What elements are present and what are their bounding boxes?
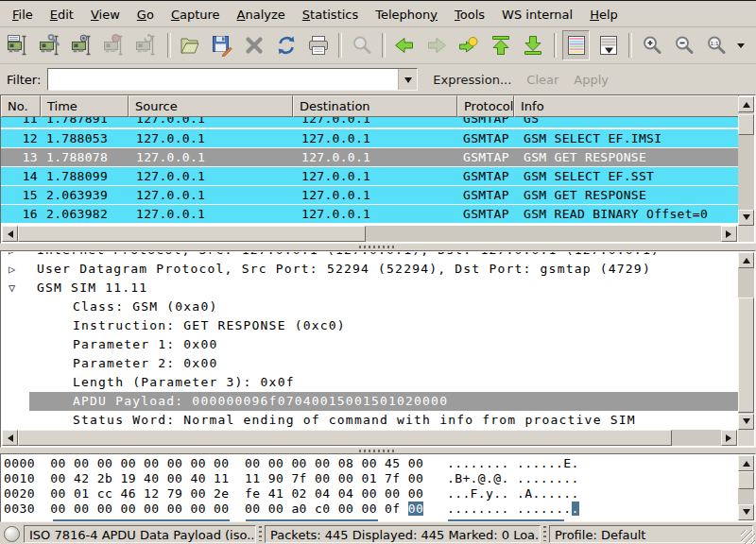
expander-closed-icon[interactable]: ▷ [9,252,29,260]
highlighted-byte[interactable]: 00 [408,502,423,516]
toolbar-separator [338,33,342,58]
capture-options-button[interactable] [37,30,64,60]
scroll-right-button[interactable] [721,430,737,446]
apply-button[interactable]: Apply [566,70,616,90]
expression-button[interactable]: Expression... [425,70,519,90]
menu-help[interactable]: Help [581,4,627,26]
column-header-source[interactable]: Source [129,95,293,117]
detail-line[interactable]: Instruction: GET RESPONSE (0xc0) [1,316,739,335]
detail-line[interactable]: ▷User Datagram Protocol, Src Port: 52294… [1,260,739,279]
clear-button[interactable]: Clear [519,70,566,90]
detail-line[interactable]: Class: GSM (0xa0) [1,298,739,316]
detail-line[interactable]: ▷Internet Protocol, Src: 127.0.0.1 (127.… [1,252,739,260]
detail-line-clipped[interactable]: ▷Internet Protocol, Src: 127.0.0.1 (127.… [1,252,739,260]
capture-restart-button[interactable] [133,30,161,60]
more-options-caret-icon[interactable] [734,30,747,60]
scroll-up-button[interactable] [738,96,754,112]
scrollbar-thumb[interactable] [738,298,754,413]
hex-row-0000[interactable]: 0000 00 00 00 00 00 00 00 00 00 00 00 00… [4,456,739,471]
packet-row-clipped[interactable]: 111.787891127.0.0.1127.0.0.1GSMTAPGS [1,117,739,128]
file-close-button[interactable] [240,30,267,60]
scroll-down-button[interactable] [738,210,754,226]
scrollbar-thumb[interactable] [738,114,754,135]
reload-button[interactable] [272,30,300,60]
c-dst: 127.0.0.1 [293,117,457,126]
menu-go[interactable]: Go [129,4,163,26]
packet-list-vscrollbar[interactable] [738,96,754,226]
scroll-up-button[interactable] [738,252,754,268]
expander-closed-icon[interactable]: ▷ [9,260,29,279]
packet-row-12[interactable]: 121.788053127.0.0.1127.0.0.1GSMTAPGSM SE… [1,129,739,147]
menu-edit[interactable]: Edit [42,4,82,26]
scroll-down-button[interactable] [738,414,754,430]
expert-info-icon[interactable] [4,526,20,542]
detail-line[interactable]: Length (Parameter 3): 0x0f [1,373,739,392]
details-hscrollbar[interactable] [2,430,737,446]
menu-tools[interactable]: Tools [446,4,493,26]
menu-capture[interactable]: Capture [163,4,229,26]
list-interfaces-button[interactable] [5,30,32,60]
details-vscrollbar[interactable] [738,252,754,430]
scrollbar-thumb[interactable] [738,471,754,489]
filter-dropdown-button[interactable] [398,69,417,90]
go-back-button[interactable] [391,30,419,60]
triangle-up-icon [743,457,750,467]
bytes-vscrollbar[interactable] [738,455,754,520]
zoom-out-button[interactable] [670,30,697,60]
print-button[interactable] [304,30,332,60]
hex-row-0030[interactable]: 0030 00 00 00 00 00 00 00 00 00 00 a0 c0… [4,502,739,517]
packet-row-14[interactable]: 141.788099127.0.0.1127.0.0.1GSMTAPGSM SE… [1,167,739,185]
detail-line[interactable]: APDU Payload: 000000096f0704001500150102… [1,392,739,411]
menu-ws-internal[interactable]: WS internal [493,4,581,26]
capture-stop-button[interactable] [101,30,129,60]
go-forward-button[interactable] [423,30,451,60]
menu-telephony[interactable]: Telephony [367,4,446,26]
pane-splitter[interactable] [0,244,756,250]
scroll-down-button[interactable] [738,504,754,520]
detail-text: Status Word: Normal ending of command wi… [73,413,636,427]
packet-row-13[interactable]: 131.788078127.0.0.1127.0.0.1GSMTAPGSM GE… [1,148,739,166]
filter-combobox[interactable] [47,68,418,91]
colorize-button[interactable] [562,30,590,60]
find-button[interactable] [348,30,375,60]
hex-row-0010[interactable]: 0010 00 42 2b 19 40 00 40 11 11 90 7f 00… [4,471,739,486]
scrollbar-thumb[interactable] [18,430,672,446]
detail-line[interactable]: ▽GSM SIM 11.11 [1,279,739,298]
scroll-left-button[interactable] [2,430,18,446]
detail-line[interactable]: Parameter 2: 0x00 [1,354,739,373]
column-header-protocol[interactable]: Protocol [457,95,514,117]
column-header-no[interactable]: No. [1,95,41,117]
scroll-left-button[interactable] [2,226,18,242]
go-top-button[interactable] [488,30,515,60]
menu-view[interactable]: View [82,4,129,26]
column-header-destination[interactable]: Destination [293,95,457,117]
scroll-right-button[interactable] [721,226,737,242]
menu-statistics[interactable]: Statistics [294,4,367,26]
c-time: 1.788078 [41,150,129,164]
hex-row-0020[interactable]: 0020 00 01 cc 46 12 79 00 2e fe 41 02 04… [4,486,739,502]
filter-input[interactable] [48,69,398,90]
zoom-in-button[interactable] [638,30,665,60]
packet-row-11[interactable]: 111.787891127.0.0.1127.0.0.1GSMTAPGS [1,117,739,128]
packet-row-16[interactable]: 162.063982127.0.0.1127.0.0.1GSMTAPGSM RE… [1,205,739,223]
file-save-as-button[interactable] [209,30,236,60]
file-open-button[interactable] [177,30,204,60]
autoscroll-button[interactable] [594,30,622,60]
detail-line[interactable]: Status Word: Normal ending of command wi… [1,411,739,430]
scrollbar-thumb[interactable] [18,226,366,242]
menu-file[interactable]: File [4,4,42,26]
scroll-up-button[interactable] [738,455,754,471]
zoom-100-button[interactable]: 1:1 [702,30,730,60]
goto-packet-button[interactable] [455,30,483,60]
go-bottom-button[interactable] [520,30,547,60]
packet-list-hscrollbar[interactable] [2,226,737,242]
expander-open-icon[interactable]: ▽ [9,279,29,298]
column-header-time[interactable]: Time [41,95,129,117]
column-header-info[interactable]: Info [514,95,739,117]
resize-grip[interactable] [741,530,755,544]
menu-analyze[interactable]: Analyze [229,4,294,26]
capture-start-button[interactable] [69,30,96,60]
packet-row-15[interactable]: 152.063939127.0.0.1127.0.0.1GSMTAPGSM GE… [1,186,739,204]
detail-line[interactable]: Parameter 1: 0x00 [1,335,739,354]
scrollbar-corner [738,430,754,446]
